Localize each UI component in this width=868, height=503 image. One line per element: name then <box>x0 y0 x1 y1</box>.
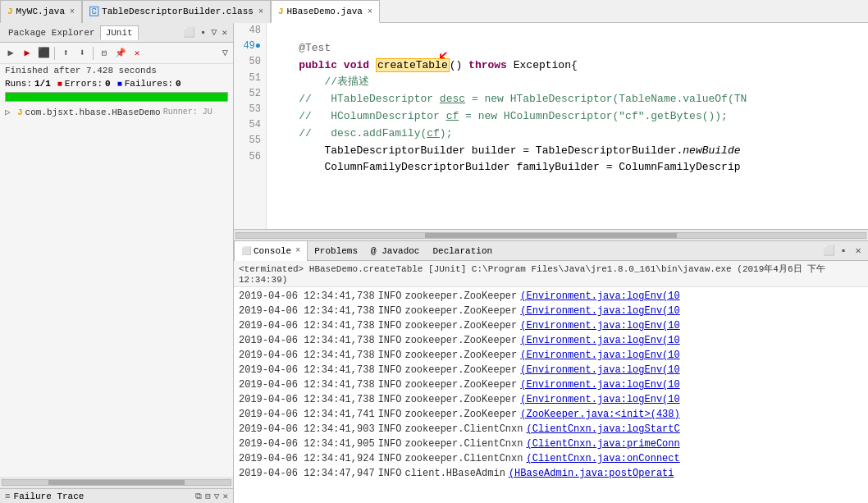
line55-indent <box>273 144 324 157</box>
line51-indent <box>273 75 324 88</box>
left-hscroll-track[interactable] <box>2 479 231 486</box>
show-only-failures-button[interactable]: ✕ <box>130 46 144 61</box>
console-tab-declaration[interactable]: Declaration <box>426 241 499 261</box>
console-minimize-icon[interactable]: ⬜ <box>822 245 835 258</box>
line-num-51: 51 <box>239 71 261 86</box>
console-level: INFO <box>378 407 402 422</box>
tab-tabledescriptor-label: TableDescriptorBuilder.class <box>102 7 254 16</box>
tab-mywc[interactable]: J MyWC.java × <box>0 0 82 23</box>
junit-stats: Runs: 1/1 ■ Errors: 0 ■ Failures: 0 <box>0 77 233 90</box>
line50-kw-public: public <box>299 59 337 71</box>
code-hscroll[interactable] <box>234 229 868 240</box>
left-top-tabs: Package Explorer JUnit ⬜ ▪ ▽ ✕ <box>0 23 233 43</box>
rerun-button[interactable]: ▶ <box>3 46 18 61</box>
code-line-52: // HTableDescriptor desc = new HTableDes… <box>273 91 861 108</box>
console-timestamp: 2019-04-06 12:34:41,738 <box>239 392 375 407</box>
app-root: J MyWC.java × 🄲 TableDescriptorBuilder.c… <box>0 0 868 503</box>
console-output[interactable]: 2019-04-06 12:34:41,738INFOzookeeper.Zoo… <box>234 287 868 503</box>
tab-package-explorer[interactable]: Package Explorer <box>3 26 100 39</box>
console-timestamp: 2019-04-06 12:34:41,738 <box>239 363 375 377</box>
minimize-icon[interactable]: ⬜ <box>180 26 198 39</box>
console-tab-close[interactable]: × <box>295 246 300 255</box>
code-area[interactable]: 48 49● 50 51 52 53 54 55 56 <box>234 23 868 229</box>
left-panel: Package Explorer JUnit ⬜ ▪ ▽ ✕ ▶ ▶ ⬛ <box>0 23 234 503</box>
console-tab-console[interactable]: ⬜ Console × <box>234 241 308 261</box>
console-link[interactable]: (HBaseAdmin.java:postOperati <box>509 466 674 481</box>
console-link[interactable]: (Environment.java:logEnv(10 <box>520 377 679 392</box>
console-link[interactable]: (Environment.java:logEnv(10 <box>520 333 679 348</box>
line50-sp2 <box>369 59 376 71</box>
junit-view-menu-icon[interactable]: ▽ <box>221 47 230 59</box>
rerun-failed-button[interactable]: ▶ <box>20 46 34 61</box>
console-header-text: <terminated> HBaseDemo.createTable [JUni… <box>239 264 825 285</box>
line-num-48: 48 <box>239 23 261 39</box>
navigate-next-button[interactable]: ⬇ <box>75 46 89 61</box>
console-class: zookeeper.ClientCnxn <box>404 422 523 437</box>
console-link[interactable]: (ZooKeeper.java:<init>(438) <box>520 407 679 422</box>
runs-stat: Runs: 1/1 <box>5 79 51 89</box>
maximize-icon[interactable]: ▪ <box>198 27 208 39</box>
tab-hbasedemo[interactable]: J HBaseDemo.java × <box>271 0 380 23</box>
console-link[interactable]: (ClientCnxn.java:logStartC <box>526 422 679 437</box>
navigate-prev-button[interactable]: ⬆ <box>58 46 73 61</box>
view-menu-icon[interactable]: ▽ <box>208 26 219 39</box>
console-link[interactable]: (Environment.java:logEnv(10 <box>520 363 679 377</box>
console-actions: ⬜ ▪ ✕ <box>819 245 868 258</box>
console-tab-problems[interactable]: Problems <box>308 241 364 261</box>
console-level: INFO <box>378 392 402 407</box>
tab-tabledescriptor-icon: 🄲 <box>89 7 98 17</box>
junit-tree[interactable]: ▷ J com.bjsxt.hbase.HBaseDemo Runner: JU <box>0 103 233 477</box>
console-tab-javadoc[interactable]: @ Javadoc <box>364 241 426 261</box>
tree-item-hbasedemo[interactable]: ▷ J com.bjsxt.hbase.HBaseDemo Runner: JU <box>2 105 231 119</box>
code-hscroll-thumb[interactable] <box>425 233 677 238</box>
problems-tab-label: Problems <box>314 246 358 256</box>
code-line-54: // desc.addFamily(cf); <box>273 126 861 143</box>
collapse-all-button[interactable]: ⊟ <box>97 46 112 61</box>
console-line: 2019-04-06 12:34:41,903INFOzookeeper.Cli… <box>239 422 863 437</box>
console-link[interactable]: (Environment.java:logEnv(10 <box>520 289 679 304</box>
console-timestamp: 2019-04-06 12:34:41,924 <box>239 451 375 466</box>
code-content[interactable]: @Test public void createTable() throws E… <box>267 23 868 229</box>
left-hscroll-thumb[interactable] <box>48 480 185 485</box>
close-left-panel-icon[interactable]: ✕ <box>219 27 230 38</box>
code-line-51: //表描述 <box>273 74 861 91</box>
code-hscroll-track[interactable] <box>235 232 866 239</box>
tab-junit[interactable]: JUnit <box>100 25 139 40</box>
line52-indent <box>273 93 299 105</box>
failure-menu-icon[interactable]: ▽ <box>214 491 220 501</box>
tab-mywc-close[interactable]: × <box>70 7 75 16</box>
code-line-53: // HColumnDescriptor cf = new HColumnDes… <box>273 108 861 126</box>
junit-tab-label: JUnit <box>106 28 133 38</box>
console-link[interactable]: (Environment.java:logEnv(10 <box>520 304 679 318</box>
console-link[interactable]: (Environment.java:logEnv(10 <box>520 392 679 407</box>
main-area: Package Explorer JUnit ⬜ ▪ ▽ ✕ ▶ ▶ ⬛ <box>0 23 868 503</box>
tab-tabledescriptor-close[interactable]: × <box>258 7 263 16</box>
scroll-lock-button[interactable]: 📌 <box>113 46 128 61</box>
stop-button[interactable]: ⬛ <box>36 46 51 61</box>
line50-rest: () throws Exception{ <box>450 59 578 71</box>
console-close-icon[interactable]: ✕ <box>852 245 865 258</box>
progress-bar-container <box>5 92 228 102</box>
console-link[interactable]: (ClientCnxn.java:onConnect <box>526 451 679 466</box>
failure-trace-header: ≡ Failure Trace ⧉ ⊟ ▽ ✕ <box>0 488 233 503</box>
tree-expand-icon[interactable]: ▷ <box>5 107 15 117</box>
failures-stat: ■ Failures: 0 <box>117 79 181 89</box>
console-class: client.HBaseAdmin <box>404 466 505 481</box>
tab-tabledescriptor[interactable]: 🄲 TableDescriptorBuilder.class × <box>82 0 271 23</box>
failure-copy-icon[interactable]: ⧉ <box>195 492 202 501</box>
console-maximize-icon[interactable]: ▪ <box>837 245 850 258</box>
console-link[interactable]: (Environment.java:logEnv(10 <box>520 318 679 333</box>
console-level: INFO <box>378 318 402 333</box>
tab-hbasedemo-close[interactable]: × <box>368 7 372 16</box>
failure-filter-icon[interactable]: ⊟ <box>205 491 211 501</box>
console-class: zookeeper.ZooKeeper <box>404 318 517 333</box>
line-num-50: 50 <box>239 54 261 70</box>
line56-var: familyBuilder = ColumnFamilyDescrip <box>516 161 740 173</box>
line53-comment: // HColumnDescriptor cf = new HColumnDes… <box>299 110 728 122</box>
console-link[interactable]: (Environment.java:logEnv(10 <box>520 348 679 363</box>
line55-var: builder = TableDescriptorBuilder. <box>472 144 683 157</box>
left-hscroll[interactable] <box>0 477 233 488</box>
console-link[interactable]: (ClientCnxn.java:primeConn <box>526 437 679 451</box>
console-level: INFO <box>378 333 402 348</box>
failure-close-icon[interactable]: ✕ <box>222 491 228 501</box>
